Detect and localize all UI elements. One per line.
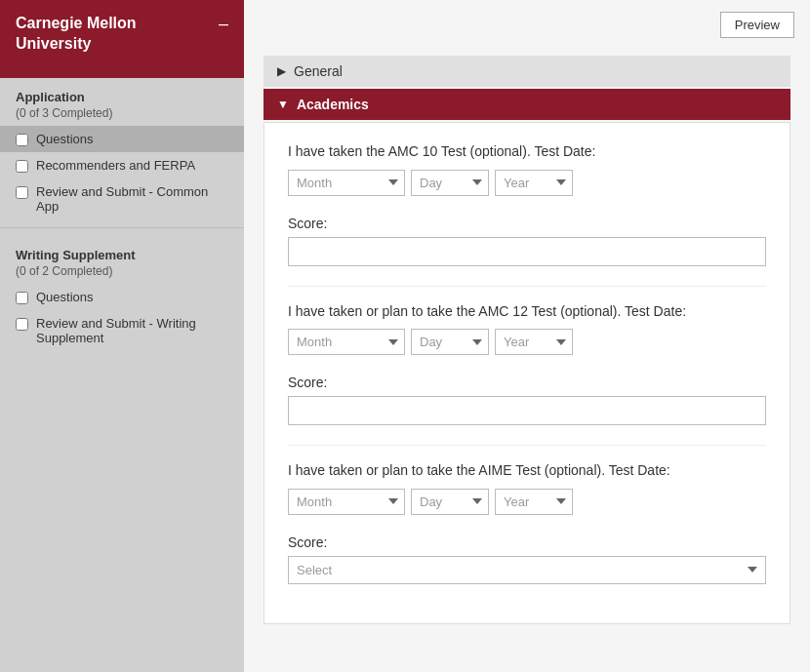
score-amc10-input[interactable] — [288, 237, 766, 266]
preview-button[interactable]: Preview — [720, 12, 794, 38]
sidebar-university-name: Carnegie Mellon University — [16, 14, 211, 55]
main-content: Preview ▶ General ▼ Academics I have tak… — [244, 0, 810, 672]
aime-year-select[interactable]: Year — [495, 489, 573, 515]
aime-date-selects: Month Day Year — [288, 489, 766, 515]
score-amc10-label: Score: — [288, 216, 766, 231]
general-arrow-icon: ▶ — [277, 64, 286, 78]
top-bar: Preview — [244, 0, 810, 42]
section-header-general[interactable]: ▶ General — [263, 56, 790, 87]
sidebar-item-app-questions[interactable]: Questions — [0, 126, 244, 152]
divider-2 — [288, 445, 766, 446]
amc10-year-select[interactable]: Year — [495, 170, 573, 196]
sidebar-section-application-count: (0 of 3 Completed) — [0, 106, 244, 126]
aime-day-select[interactable]: Day — [411, 489, 489, 515]
amc10-day-select[interactable]: Day — [411, 170, 489, 196]
sidebar-item-ws-questions[interactable]: Questions — [0, 284, 244, 310]
question-amc12: I have taken or plan to take the AMC 12 … — [288, 302, 766, 356]
aime-month-select[interactable]: Month — [288, 489, 405, 515]
question-aime: I have taken or plan to take the AIME Te… — [288, 461, 766, 515]
amc12-date-selects: Month Day Year — [288, 329, 766, 355]
section-academics-label: Academics — [297, 97, 369, 112]
sidebar-section-ws-title: Writing Supplement — [0, 236, 244, 264]
amc10-month-select[interactable]: Month — [288, 170, 405, 196]
sidebar: Carnegie Mellon University – Application… — [0, 0, 244, 672]
question-amc12-label: I have taken or plan to take the AMC 12 … — [288, 302, 766, 322]
sidebar-item-label: Questions — [36, 290, 94, 304]
amc12-month-select[interactable]: Month — [288, 329, 405, 355]
section-general-label: General — [294, 63, 343, 79]
sidebar-checkbox-app-questions[interactable] — [16, 134, 28, 146]
sidebar-item-label: Review and Submit - Writing Supplement — [36, 316, 228, 345]
sidebar-item-app-recommenders[interactable]: Recommenders and FERPA — [0, 152, 244, 178]
question-aime-label: I have taken or plan to take the AIME Te… — [288, 461, 766, 481]
sidebar-checkbox-ws-review[interactable] — [16, 318, 28, 331]
score-aime-select[interactable]: Select — [288, 556, 766, 584]
score-amc12: Score: — [288, 375, 766, 425]
score-aime: Score: Select — [288, 534, 766, 584]
score-aime-label: Score: — [288, 534, 766, 550]
form-area: I have taken the AMC 10 Test (optional).… — [263, 122, 790, 624]
main-inner: ▶ General ▼ Academics I have taken the A… — [244, 42, 810, 638]
sidebar-divider — [0, 227, 244, 228]
question-amc10: I have taken the AMC 10 Test (optional).… — [288, 142, 766, 196]
question-amc10-label: I have taken the AMC 10 Test (optional).… — [288, 142, 766, 162]
sidebar-item-label: Review and Submit - Common App — [36, 184, 228, 214]
sidebar-section-ws-count: (0 of 2 Completed) — [0, 264, 244, 284]
academics-arrow-icon: ▼ — [277, 98, 289, 111]
score-amc12-input[interactable] — [288, 396, 766, 425]
sidebar-header: Carnegie Mellon University – — [0, 0, 244, 78]
sidebar-item-label: Recommenders and FERPA — [36, 158, 195, 173]
sidebar-checkbox-app-recommenders[interactable] — [16, 160, 28, 173]
amc10-date-selects: Month Day Year — [288, 170, 766, 196]
sidebar-item-ws-review[interactable]: Review and Submit - Writing Supplement — [0, 310, 244, 351]
divider-1 — [288, 286, 766, 287]
amc12-day-select[interactable]: Day — [411, 329, 489, 355]
score-amc12-label: Score: — [288, 375, 766, 390]
sidebar-minimize-button[interactable]: – — [219, 14, 228, 34]
sidebar-checkbox-ws-questions[interactable] — [16, 292, 28, 304]
section-header-academics[interactable]: ▼ Academics — [263, 89, 790, 120]
sidebar-item-label: Questions — [36, 132, 94, 146]
sidebar-item-app-review[interactable]: Review and Submit - Common App — [0, 178, 244, 219]
amc12-year-select[interactable]: Year — [495, 329, 573, 355]
sidebar-section-application-title: Application — [0, 78, 244, 106]
sidebar-checkbox-app-review[interactable] — [16, 186, 28, 199]
score-amc10: Score: — [288, 216, 766, 266]
